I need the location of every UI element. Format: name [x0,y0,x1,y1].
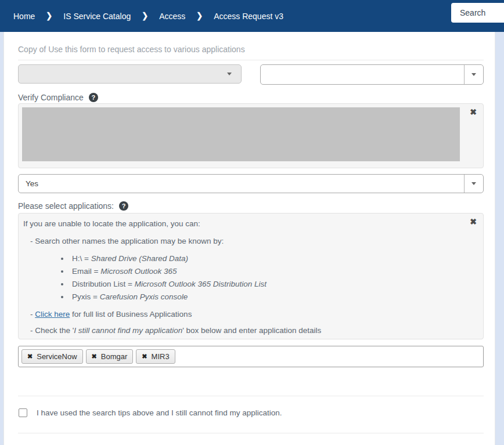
check-italic: I still cannot find my application [74,326,182,335]
disabled-dropdown [18,64,242,84]
alias-key: Pyxis = [72,292,100,301]
tag-label: ServiceNow [37,352,77,361]
search-input[interactable] [451,3,504,23]
compliance-dropdown-value: Yes [19,175,464,193]
dropdown-arrow-button[interactable] [464,65,483,84]
divider [18,60,484,60]
tag-bomgar: ✖ Bomgar [86,349,134,364]
divider [18,396,484,396]
empty-dropdown-value [261,65,464,84]
dropdown-arrow-button[interactable] [464,175,483,193]
list-item: Email = Microsoft Outlook 365 [70,265,475,278]
list-item: H:\ = Shared Drive (Shared Data) [70,252,475,265]
chevron-down-icon [471,73,476,76]
verify-compliance-label: Verify Compliance [18,93,84,102]
applications-tag-input[interactable]: ✖ ServiceNow ✖ Bomgar ✖ MIR3 [18,346,484,367]
list-item: Pyxis = Carefusion Pyxis console [70,291,475,303]
remove-tag-icon[interactable]: ✖ [92,353,97,360]
applications-label-row: Please select applications: ? [18,201,484,211]
tips-link-line: - Click here for full list of Business A… [30,309,475,320]
cannot-find-application-label: I have used the search tips above and I … [37,408,282,417]
tips-alias-list: H:\ = Shared Drive (Shared Data) Email =… [59,252,475,303]
list-item: Distribution List = Microsoft Outlook 36… [70,278,475,291]
breadcrumb-current-page: Access Request v3 [214,12,283,21]
alias-value: Carefusion Pyxis console [100,292,188,301]
catalog-form: Copy of Use this form to request access … [3,32,495,445]
tips-search-line: - Search other names the application may… [30,236,475,247]
chevron-right-icon: ❯ [46,11,52,21]
link-suffix-text: for full list of Business Applications [70,310,192,319]
help-icon[interactable]: ? [119,201,128,211]
tips-intro: If you are unable to locate the applicat… [23,218,475,229]
form-description: Copy of Use this form to request access … [18,32,484,55]
application-search-tips-box: ✖ If you are unable to locate the applic… [18,213,484,339]
business-applications-link[interactable]: Click here [35,310,70,319]
tag-servicenow: ✖ ServiceNow [21,349,83,364]
empty-dropdown[interactable] [260,64,484,85]
alias-key: Distribution List = [72,280,135,288]
breadcrumb-is-service-catalog[interactable]: IS Service Catalog [63,12,131,21]
cannot-find-application-checkbox[interactable] [19,408,27,417]
alias-key: Email = [72,267,100,276]
tag-label: Bomgar [101,352,128,361]
chevron-down-icon [471,182,476,185]
cannot-find-application-row: I have used the search tips above and I … [18,408,484,417]
chevron-down-icon [227,73,232,75]
chevron-right-icon: ❯ [142,11,148,21]
help-icon[interactable]: ? [89,93,98,102]
chevron-right-icon: ❯ [196,11,203,21]
divider [18,433,484,433]
breadcrumb-access[interactable]: Access [159,12,185,21]
tips-check-line: - Check the 'I still cannot find my appl… [30,325,475,336]
top-selects-row [18,64,484,85]
tag-label: MIR3 [152,352,170,361]
breadcrumb-home[interactable]: Home [13,12,35,21]
compliance-dropdown[interactable]: Yes [18,174,484,193]
alias-value: Microsoft Outlook 365 Distribution List [135,280,267,288]
breadcrumb: Home ❯ IS Service Catalog ❯ Access ❯ Acc… [13,12,283,21]
top-nav-bar: Home ❯ IS Service Catalog ❯ Access ❯ Acc… [0,0,504,32]
tag-mir3: ✖ MIR3 [136,349,175,364]
compliance-panel: ✖ [18,103,484,168]
remove-tag-icon[interactable]: ✖ [27,353,33,360]
remove-tag-icon[interactable]: ✖ [142,353,147,360]
alias-value: Microsoft Outlook 365 [100,267,177,276]
alias-key: H:\ = [72,254,91,263]
compliance-image-placeholder [22,107,460,161]
check-prefix: - Check the ' [30,326,74,335]
close-icon[interactable]: ✖ [470,218,477,226]
dash-prefix: - [30,310,35,319]
close-icon[interactable]: ✖ [470,108,477,116]
applications-label: Please select applications: [18,201,114,211]
check-suffix: ' box below and enter application detail… [182,326,321,335]
verify-compliance-label-row: Verify Compliance ? [18,93,484,102]
alias-value: Shared Drive (Shared Data) [91,254,188,263]
